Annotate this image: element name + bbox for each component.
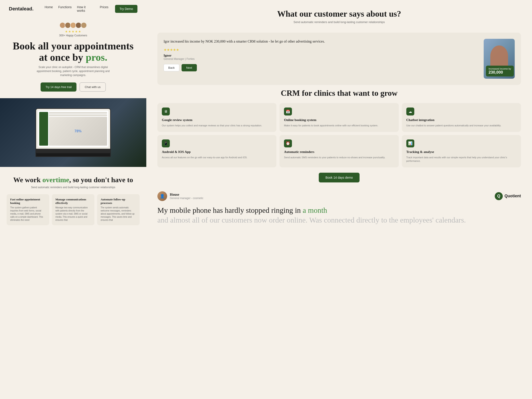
crm-card-0: 🖥 Google review system Our system helps …	[157, 103, 276, 132]
work-section: We work overtime, so you don't have to S…	[0, 167, 146, 232]
quote-section: 👤 House General manager - cosmetic Q Quo…	[157, 191, 521, 225]
back-button[interactable]: Back	[164, 64, 179, 71]
crm-card-3: 📱 Android & IOS App Access all our featu…	[157, 135, 276, 167]
features-grid: Fast online appointment booking The syst…	[7, 194, 140, 225]
feature-desc-0: The system gathers patient inquiries fro…	[10, 206, 46, 222]
testimonial-text: Igor increased his income by NOK 230,000…	[164, 39, 479, 44]
work-title: We work overtime, so you don't have to	[7, 176, 140, 184]
crm-icon-2: ☁	[406, 108, 414, 115]
customer-section: What our customer says about us? Send au…	[157, 9, 521, 24]
hero-subtitle: Scale your clinic on autopilot - CRM tha…	[31, 65, 115, 77]
crm-icon-3: 📱	[162, 139, 170, 147]
laptop-section: 78%	[0, 98, 146, 167]
feature-title-2: Automate follow-up processes	[101, 198, 136, 205]
customer-section-desc: Send automatic reminders and build long-…	[157, 20, 521, 24]
customer-section-title: What our customer says about us?	[157, 9, 521, 19]
crm-card-5: 📊 Tracking & analyse Track important dat…	[402, 135, 521, 167]
feature-card-2: Automate follow-up processes The system …	[97, 194, 140, 225]
feature-title-0: Fast online appointment booking	[10, 198, 46, 205]
big-quote: My mobile phone has hardly stopped ringi…	[157, 205, 521, 225]
nav-home[interactable]: Home	[44, 5, 53, 13]
hero-section: ★★★★★ 300+ Happy Customers Book all your…	[0, 18, 146, 98]
testimonial-buttons: Back Next	[164, 64, 479, 71]
crm-card-desc-0: Our system helps you collect and manage …	[162, 124, 272, 127]
quote-avatar: 👤	[157, 191, 167, 201]
feature-desc-1: Manage two-way communication with patien…	[55, 206, 91, 222]
crm-card-title-0: Google review system	[162, 118, 272, 122]
feature-title-1: Manage communications effectively	[55, 198, 91, 205]
feature-card-1: Manage communications effectively Manage…	[52, 194, 95, 225]
chat-button[interactable]: Chat with us	[80, 82, 106, 92]
happy-customers-label: 300+ Happy Customers	[9, 34, 137, 37]
nav-prices[interactable]: Prices	[100, 5, 108, 13]
crm-card-1: 📅 Online booking system Make it easy for…	[279, 103, 399, 132]
laptop-mockup: 78%	[35, 108, 111, 157]
right-panel: What our customer says about us? Send au…	[146, 0, 532, 399]
screen-content: 78%	[38, 111, 108, 147]
testimonial-content: Igor increased his income by NOK 230,000…	[164, 39, 479, 79]
quotient-logo: Q Quotient	[495, 192, 521, 200]
quote-header: 👤 House General manager - cosmetic Q Quo…	[157, 191, 521, 201]
testimonial-image: Increased income by 230,000	[484, 39, 515, 79]
income-amount: 230,000	[488, 70, 511, 75]
crm-card-title-2: Chatbot integration	[406, 118, 516, 122]
testimonial-role: General Manager | Forties	[164, 57, 479, 61]
screen-bar-1	[49, 112, 107, 114]
quote-person-name: House	[170, 193, 203, 197]
laptop-screen: 78%	[36, 109, 110, 149]
nav-functions[interactable]: Functions	[58, 5, 72, 13]
nav-links: Home Functions How it works Prices	[44, 5, 108, 13]
hero-title: Book all your appointments at once by pr…	[9, 41, 137, 63]
logo: Dentalead.	[9, 6, 33, 12]
quote-person: 👤 House General manager - cosmetic	[157, 191, 203, 201]
crm-card-title-3: Android & IOS App	[162, 150, 272, 154]
testimonial-card: Igor increased his income by NOK 230,000…	[157, 32, 521, 85]
screen-sidebar	[39, 112, 48, 146]
feature-card-0: Fast online appointment booking The syst…	[7, 194, 49, 225]
work-subtitle: Send automatic reminders and build long-…	[7, 186, 140, 189]
income-badge: Increased income by 230,000	[486, 66, 514, 76]
avatars-row	[9, 22, 137, 28]
testimonial-stars: ★★★★★	[164, 48, 479, 52]
crm-card-title-5: Tracking & analyse	[406, 150, 516, 154]
left-panel: Dentalead. Home Functions How it works P…	[0, 0, 146, 399]
crm-card-desc-1: Make it easy for patients to book appoin…	[284, 124, 394, 127]
star-rating: ★★★★★	[9, 30, 137, 33]
crm-card-desc-3: Access all our features on the go with o…	[162, 156, 272, 159]
crm-card-desc-4: Send automatic SMS reminders to your pat…	[284, 156, 394, 159]
crm-card-desc-5: Track important data and results with ou…	[406, 156, 516, 163]
hero-buttons: Try 14 days free trail Chat with us	[9, 82, 137, 92]
crm-section: CRM for clinics that want to grow 🖥 Goog…	[157, 89, 521, 183]
screen-main: 78%	[49, 112, 107, 146]
try-demo-button[interactable]: Try Demo	[115, 5, 137, 13]
crm-icon-1: 📅	[284, 108, 292, 115]
quote-person-info: House General manager - cosmetic	[170, 193, 203, 200]
feature-desc-2: The system sends automatic welcome messa…	[101, 206, 136, 222]
laptop-base	[36, 149, 110, 153]
quote-person-role: General manager - cosmetic	[170, 197, 203, 200]
try-free-button[interactable]: Try 14 days free trail	[41, 82, 76, 92]
testimonial-name: Ignor	[164, 54, 479, 57]
crm-title: CRM for clinics that want to grow	[157, 89, 521, 98]
crm-card-4: ⏰ Automatic reminders Send automatic SMS…	[279, 135, 399, 167]
crm-card-desc-2: Use our chatbot to answer patient questi…	[406, 124, 516, 127]
screen-chart: 78%	[49, 117, 107, 146]
next-button[interactable]: Next	[182, 64, 197, 71]
demo-button[interactable]: Book 14 days demo	[319, 173, 360, 183]
avatar-5	[81, 22, 87, 28]
navbar: Dentalead. Home Functions How it works P…	[0, 0, 146, 18]
crm-card-2: ☁ Chatbot integration Use our chatbot to…	[402, 103, 521, 132]
crm-grid: 🖥 Google review system Our system helps …	[157, 103, 521, 167]
nav-how-it-works[interactable]: How it works	[77, 5, 95, 13]
crm-card-title-1: Online booking system	[284, 118, 394, 122]
crm-icon-4: ⏰	[284, 139, 292, 147]
screen-bar-2	[49, 114, 107, 116]
crm-icon-0: 🖥	[162, 108, 170, 115]
crm-icon-5: 📊	[406, 139, 414, 147]
q-icon: Q	[495, 192, 503, 200]
crm-card-title-4: Automatic reminders	[284, 150, 394, 154]
